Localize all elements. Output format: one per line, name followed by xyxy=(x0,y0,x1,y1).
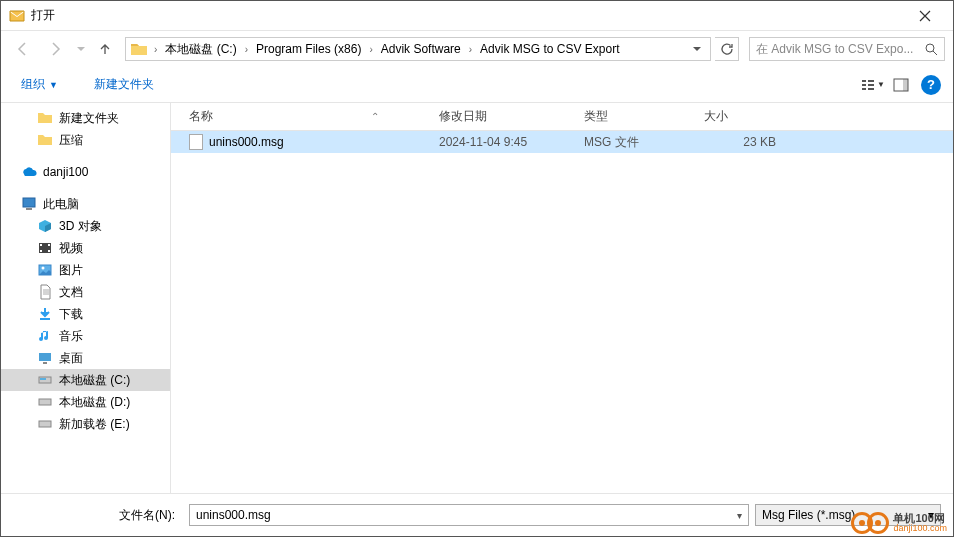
download-icon xyxy=(37,306,53,322)
svg-rect-19 xyxy=(39,353,51,361)
breadcrumb-bar[interactable]: › 本地磁盘 (C:) › Program Files (x86) › Advi… xyxy=(125,37,711,61)
svg-rect-3 xyxy=(862,88,866,90)
folder-icon xyxy=(130,40,148,58)
file-type: MSG 文件 xyxy=(574,134,694,151)
preview-pane-button[interactable] xyxy=(887,73,915,97)
svg-rect-20 xyxy=(43,362,47,364)
recent-dropdown[interactable] xyxy=(73,35,89,63)
file-icon xyxy=(189,134,203,150)
breadcrumb-dropdown[interactable] xyxy=(686,44,708,54)
tree-item-3d-objects[interactable]: 3D 对象 xyxy=(1,215,170,237)
svg-rect-8 xyxy=(903,79,908,91)
file-row[interactable]: unins000.msg 2024-11-04 9:45 MSG 文件 23 K… xyxy=(171,131,953,153)
picture-icon xyxy=(37,262,53,278)
tree-item-pictures[interactable]: 图片 xyxy=(1,259,170,281)
svg-rect-13 xyxy=(40,250,42,252)
close-button[interactable] xyxy=(905,2,945,30)
breadcrumb-crumb[interactable]: Advik MSG to CSV Export xyxy=(476,42,623,56)
toolbar: 组织 ▼ 新建文件夹 ▼ ? xyxy=(1,67,953,103)
tree-item-danji[interactable]: danji100 xyxy=(1,161,170,183)
help-button[interactable]: ? xyxy=(921,75,941,95)
navigation-tree: 新建文件夹 压缩 danji100 此电脑 3D 对象 视频 图片 xyxy=(1,103,171,493)
titlebar: 打开 xyxy=(1,1,953,31)
file-name: unins000.msg xyxy=(209,135,284,149)
filename-input[interactable]: unins000.msg ▾ xyxy=(189,504,749,526)
refresh-button[interactable] xyxy=(715,37,739,61)
sort-arrow-icon: ⌃ xyxy=(371,111,379,122)
tree-item-disk-e[interactable]: 新加载卷 (E:) xyxy=(1,413,170,435)
column-header-size[interactable]: 大小 xyxy=(694,103,794,130)
svg-rect-5 xyxy=(868,84,874,86)
dialog-footer: 文件名(N): unins000.msg ▾ Msg Files (*.msg)… xyxy=(1,493,953,537)
envelope-icon xyxy=(9,8,25,24)
tree-item-documents[interactable]: 文档 xyxy=(1,281,170,303)
forward-button[interactable] xyxy=(41,35,69,63)
svg-rect-18 xyxy=(40,318,50,320)
svg-rect-6 xyxy=(868,88,874,90)
column-header-name[interactable]: 名称 ⌃ xyxy=(171,103,429,130)
chevron-right-icon[interactable]: › xyxy=(150,44,161,55)
svg-rect-1 xyxy=(862,80,866,82)
main-area: 新建文件夹 压缩 danji100 此电脑 3D 对象 视频 图片 xyxy=(1,103,953,493)
drive-icon xyxy=(37,394,53,410)
folder-icon xyxy=(37,110,53,126)
document-icon xyxy=(37,284,53,300)
filename-label: 文件名(N): xyxy=(13,507,183,524)
column-headers: 名称 ⌃ 修改日期 类型 大小 xyxy=(171,103,953,131)
back-button[interactable] xyxy=(9,35,37,63)
organize-button[interactable]: 组织 ▼ xyxy=(13,72,66,97)
watermark: 单机100网 danji100.com xyxy=(857,512,947,534)
tree-item-music[interactable]: 音乐 xyxy=(1,325,170,347)
tree-item-compressed[interactable]: 压缩 xyxy=(1,129,170,151)
watermark-circle-icon xyxy=(867,512,889,534)
search-placeholder: 在 Advik MSG to CSV Expo... xyxy=(756,41,913,58)
chevron-down-icon: ▼ xyxy=(877,80,885,89)
column-header-date[interactable]: 修改日期 xyxy=(429,103,574,130)
svg-point-0 xyxy=(926,44,934,52)
computer-icon xyxy=(21,196,37,212)
folder-icon xyxy=(37,132,53,148)
view-mode-button[interactable]: ▼ xyxy=(859,73,887,97)
music-icon xyxy=(37,328,53,344)
file-list-area: 名称 ⌃ 修改日期 类型 大小 unins000.msg 2024-11-04 … xyxy=(171,103,953,493)
tree-item-disk-c[interactable]: 本地磁盘 (C:) xyxy=(1,369,170,391)
tree-item-new-folder[interactable]: 新建文件夹 xyxy=(1,107,170,129)
chevron-right-icon[interactable]: › xyxy=(241,44,252,55)
search-icon xyxy=(925,43,938,56)
breadcrumb-crumb[interactable]: Program Files (x86) xyxy=(252,42,365,56)
desktop-icon xyxy=(37,350,53,366)
tree-item-desktop[interactable]: 桌面 xyxy=(1,347,170,369)
column-header-type[interactable]: 类型 xyxy=(574,103,694,130)
drive-icon xyxy=(37,416,53,432)
svg-rect-15 xyxy=(48,250,50,252)
svg-rect-9 xyxy=(23,198,35,207)
up-button[interactable] xyxy=(93,37,117,61)
navigation-bar: › 本地磁盘 (C:) › Program Files (x86) › Advi… xyxy=(1,31,953,67)
video-icon xyxy=(37,240,53,256)
breadcrumb-crumb[interactable]: Advik Software xyxy=(377,42,465,56)
tree-item-downloads[interactable]: 下载 xyxy=(1,303,170,325)
cube-icon xyxy=(37,218,53,234)
chevron-right-icon[interactable]: › xyxy=(465,44,476,55)
chevron-down-icon: ▼ xyxy=(49,80,58,90)
chevron-down-icon[interactable]: ▾ xyxy=(737,510,742,521)
breadcrumb-crumb[interactable]: 本地磁盘 (C:) xyxy=(161,41,240,58)
svg-rect-2 xyxy=(862,84,866,86)
svg-rect-10 xyxy=(26,208,32,210)
drive-icon xyxy=(37,372,53,388)
tree-item-this-pc[interactable]: 此电脑 xyxy=(1,193,170,215)
watermark-url: danji100.com xyxy=(893,524,947,534)
file-date: 2024-11-04 9:45 xyxy=(429,135,574,149)
svg-rect-14 xyxy=(48,244,50,246)
onedrive-icon xyxy=(21,164,37,180)
svg-rect-23 xyxy=(39,399,51,405)
tree-item-videos[interactable]: 视频 xyxy=(1,237,170,259)
new-folder-button[interactable]: 新建文件夹 xyxy=(86,72,162,97)
dialog-title: 打开 xyxy=(31,7,905,24)
svg-rect-12 xyxy=(40,244,42,246)
file-size: 23 KB xyxy=(694,135,794,149)
search-input[interactable]: 在 Advik MSG to CSV Expo... xyxy=(749,37,945,61)
svg-rect-4 xyxy=(868,80,874,82)
tree-item-disk-d[interactable]: 本地磁盘 (D:) xyxy=(1,391,170,413)
chevron-right-icon[interactable]: › xyxy=(365,44,376,55)
